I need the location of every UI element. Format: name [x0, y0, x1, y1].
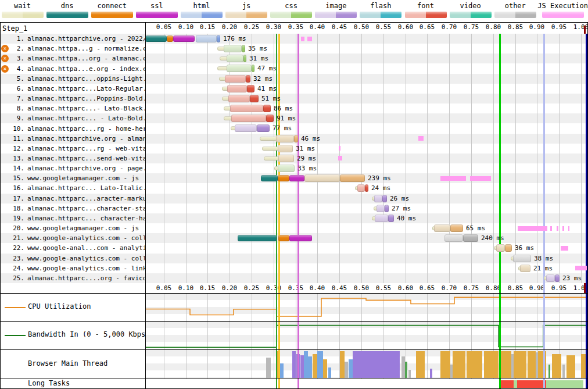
- request-row[interactable]: 23.www.google-analytics.com - collect: [0, 254, 145, 263]
- segment-dns[interactable]: [261, 175, 278, 181]
- segment-ssl[interactable]: [173, 35, 195, 42]
- segment-ssl[interactable]: [289, 175, 304, 181]
- request-number: 11.: [0, 135, 24, 142]
- request-row[interactable]: 14.almanac.httparchive.org - page.css: [0, 163, 145, 173]
- segment-js[interactable]: [496, 244, 505, 252]
- segment-font[interactable]: [228, 95, 250, 102]
- event-line-first-contentful-paint: [278, 283, 280, 389]
- segment-font[interactable]: [250, 95, 259, 102]
- request-url-label: www.google-analytics.com - collect: [27, 255, 145, 262]
- request-row[interactable]: 7.almanac.httparc...Poppins-Bold.woff2: [0, 94, 145, 104]
- legend-swatch-light: [270, 12, 291, 18]
- segment-image[interactable]: [374, 195, 382, 202]
- request-row[interactable]: 10.almanac.httparc...rg - home-hero.png: [0, 123, 145, 133]
- segment-connect[interactable]: [167, 35, 173, 42]
- segment-other[interactable]: [463, 234, 478, 242]
- segment-js[interactable]: [276, 135, 294, 142]
- segment-ssl[interactable]: [289, 235, 312, 241]
- js-execution-block: [550, 226, 552, 231]
- request-row[interactable]: 17.almanac.httparc...aracter-markup.png: [0, 194, 145, 204]
- request-row[interactable]: 11.almanac.httparchive.org - almanac.js: [0, 134, 145, 144]
- request-row[interactable]: 22.www.google-anal...com - analytics.js: [0, 243, 145, 253]
- segment-css[interactable]: [252, 65, 254, 72]
- segment-dns[interactable]: [238, 235, 277, 241]
- legend-swatch: [270, 12, 312, 18]
- segment-font[interactable]: [365, 184, 368, 192]
- segment-image[interactable]: [235, 124, 257, 132]
- request-row[interactable]: ✕2.almanac.httpa...g - normalize.css: [0, 44, 145, 53]
- segment-wait[interactable]: [262, 147, 279, 151]
- request-time-label: 21 ms: [533, 263, 553, 273]
- request-row[interactable]: 13.almanac.httparc...send-web-vitals.js: [0, 154, 145, 163]
- segment-js[interactable]: [304, 174, 340, 182]
- request-row[interactable]: 1.almanac.httparchive.org - 2022/: [0, 34, 145, 44]
- segment-css[interactable]: [242, 45, 245, 52]
- axis-tick-label: 0.85: [508, 284, 524, 292]
- segment-font[interactable]: [357, 184, 365, 192]
- segment-image[interactable]: [546, 274, 555, 282]
- legend-swatch-dark: [202, 12, 223, 18]
- legend-swatch-dark: [23, 12, 44, 18]
- segment-wait[interactable]: [264, 156, 279, 160]
- segment-image[interactable]: [382, 195, 387, 202]
- request-time-label: 23 ms: [562, 273, 582, 283]
- request-row[interactable]: 8.almanac.httparc...- Lato-Black.woff2: [0, 104, 145, 113]
- segment-font[interactable]: [231, 115, 266, 122]
- segment-font[interactable]: [247, 85, 254, 92]
- segment-image[interactable]: [385, 205, 389, 212]
- segment-css[interactable]: [227, 65, 252, 72]
- request-row[interactable]: ✕4.almanac.httpa...e.org - index.css: [0, 63, 145, 73]
- segment-dns[interactable]: [145, 35, 167, 42]
- request-row[interactable]: 19.almanac.httparc... character-hat.png: [0, 213, 145, 223]
- segment-js[interactable]: [278, 145, 293, 152]
- segment-css[interactable]: [224, 45, 242, 52]
- segment-image[interactable]: [555, 274, 560, 282]
- main-thread-activity-script: [340, 351, 345, 378]
- request-row[interactable]: 6.almanac.httparc...Lato-Regular.woff2: [0, 84, 145, 94]
- segment-js[interactable]: [340, 174, 365, 182]
- segment-image[interactable]: [375, 215, 388, 222]
- segment-js[interactable]: [450, 224, 463, 232]
- request-row[interactable]: 18.almanac.httparc...character-star.png: [0, 204, 145, 213]
- segment-other[interactable]: [444, 234, 463, 242]
- segment-js[interactable]: [278, 155, 294, 162]
- request-row[interactable]: ✕3.almanac.httpa...org - almanac.css: [0, 53, 145, 63]
- request-row[interactable]: 20.www.googletagmanager.com - js: [0, 223, 145, 233]
- segment-image[interactable]: [257, 124, 270, 132]
- request-row[interactable]: 9.almanac.httparc... - Lato-Bold.woff2: [0, 113, 145, 123]
- segment-html[interactable]: [196, 35, 217, 42]
- request-row[interactable]: 24.www.google-analytics.com - linkid.js: [0, 263, 145, 273]
- segment-font[interactable]: [230, 105, 263, 112]
- js-execution-block: [557, 226, 558, 231]
- segment-css[interactable]: [227, 55, 243, 62]
- request-url-label: www.googletagmanager.com - js: [27, 224, 139, 232]
- segment-js[interactable]: [434, 224, 450, 232]
- segment-css[interactable]: [243, 55, 246, 62]
- request-row[interactable]: 5.almanac.httparc...oppins-Light.woff2: [0, 74, 145, 84]
- segment-other[interactable]: [513, 255, 531, 262]
- request-row[interactable]: 12.almanac.httparc...rg - web-vitals.js: [0, 144, 145, 154]
- request-row[interactable]: 15.www.googletagmanager.com - js: [0, 173, 145, 183]
- segment-font[interactable]: [225, 75, 246, 83]
- segment-connect[interactable]: [278, 235, 289, 241]
- segment-font[interactable]: [246, 75, 250, 83]
- segment-css[interactable]: [278, 165, 295, 172]
- segment-js[interactable]: [294, 135, 298, 142]
- segment-js[interactable]: [520, 265, 530, 272]
- segment-connect[interactable]: [278, 175, 289, 181]
- segment-image[interactable]: [377, 205, 385, 212]
- segment-html[interactable]: [217, 35, 220, 42]
- request-row[interactable]: 25.almanac.httparc....org - favicon.ico: [0, 273, 145, 283]
- request-number: 25.: [0, 274, 24, 282]
- request-row[interactable]: 21.www.google-analytics.com - collect: [0, 233, 145, 243]
- legend-swatch-dark: [157, 12, 178, 18]
- segment-font[interactable]: [266, 115, 274, 122]
- segment-wait[interactable]: [260, 137, 277, 141]
- request-row[interactable]: 16.almanac.httparc... Lato-Italic.woff2: [0, 183, 145, 193]
- segment-font[interactable]: [263, 105, 271, 112]
- axis-tick-label: 0.40: [310, 23, 325, 31]
- segment-js[interactable]: [505, 244, 512, 252]
- segment-font[interactable]: [227, 85, 247, 92]
- request-url-label: almanac.httparc...Lato-Regular.woff2: [27, 85, 145, 92]
- segment-image[interactable]: [388, 215, 394, 222]
